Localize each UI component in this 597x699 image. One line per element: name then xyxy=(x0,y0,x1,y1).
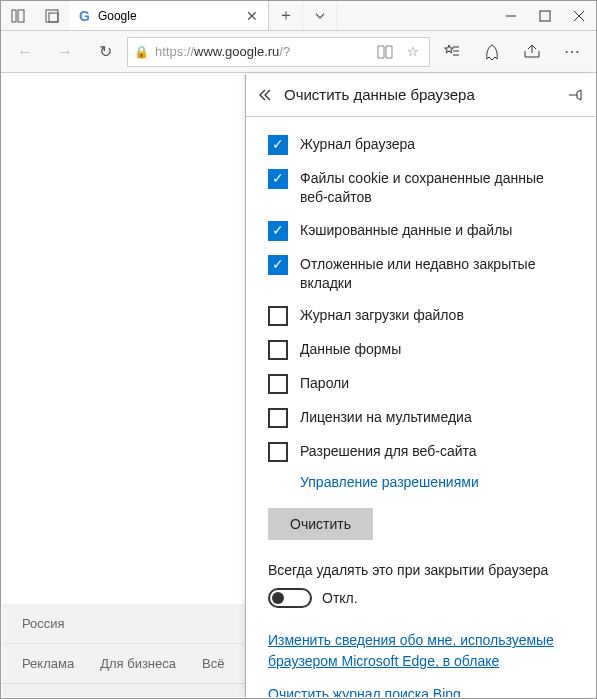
clear-option-label: Лицензии на мультимедиа xyxy=(300,408,472,427)
clear-option-label: Отложенные или недавно закрытые вкладки xyxy=(300,255,573,293)
clear-option-label: Пароли xyxy=(300,374,349,393)
footer-link[interactable]: Всё xyxy=(202,656,224,671)
tab-dropdown-icon[interactable] xyxy=(303,1,337,30)
toggle-state-label: Откл. xyxy=(322,590,358,606)
clear-option-label: Кэшированные данные и файлы xyxy=(300,221,512,240)
clear-option-row: Данные формы xyxy=(268,340,573,360)
checkbox[interactable] xyxy=(268,442,288,462)
svg-rect-5 xyxy=(540,11,550,21)
url-text: https://www.google.ru/? xyxy=(155,44,371,59)
tab-favicon: G xyxy=(79,8,90,24)
maximize-button[interactable] xyxy=(528,1,562,30)
forward-button[interactable]: → xyxy=(47,34,83,70)
checkbox[interactable]: ✓ xyxy=(268,135,288,155)
clear-option-row: ✓Отложенные или недавно закрытые вкладки xyxy=(268,255,573,293)
address-bar[interactable]: 🔒 https://www.google.ru/? ☆ xyxy=(127,37,430,67)
clear-option-row: ✓Файлы cookie и сохраненные данные веб-с… xyxy=(268,169,573,207)
tab-aside-icon[interactable] xyxy=(1,1,35,30)
toolbar: ← → ↻ 🔒 https://www.google.ru/? ☆ ⋯ xyxy=(1,31,596,73)
cloud-data-link[interactable]: Изменить сведения обо мне, используемые … xyxy=(268,630,573,672)
clear-option-label: Файлы cookie и сохраненные данные веб-са… xyxy=(300,169,573,207)
more-icon[interactable]: ⋯ xyxy=(554,34,590,70)
svg-rect-1 xyxy=(18,10,24,22)
clear-data-panel: Очистить данные браузера ✓Журнал браузер… xyxy=(245,74,595,697)
bing-history-link[interactable]: Очистить журнал поиска Bing xyxy=(268,686,573,697)
panel-header: Очистить данные браузера xyxy=(246,74,595,117)
clear-option-label: Журнал браузера xyxy=(300,135,415,154)
favorite-icon[interactable]: ☆ xyxy=(403,44,423,59)
titlebar: G Google ✕ ＋ xyxy=(1,1,596,31)
checkbox[interactable]: ✓ xyxy=(268,169,288,189)
checkbox[interactable]: ✓ xyxy=(268,255,288,275)
checkbox[interactable] xyxy=(268,306,288,326)
browser-tab[interactable]: G Google ✕ xyxy=(69,1,269,30)
close-icon[interactable]: ✕ xyxy=(246,8,258,24)
clear-option-row: ✓Кэшированные данные и файлы xyxy=(268,221,573,241)
clear-option-row: Пароли xyxy=(268,374,573,394)
refresh-button[interactable]: ↻ xyxy=(87,34,123,70)
footer-link[interactable]: Реклама xyxy=(22,656,74,671)
lock-icon: 🔒 xyxy=(134,45,149,59)
checkbox[interactable] xyxy=(268,374,288,394)
clear-button[interactable]: Очистить xyxy=(268,508,373,540)
clear-option-label: Данные формы xyxy=(300,340,401,359)
checkbox[interactable]: ✓ xyxy=(268,221,288,241)
always-clear-label: Всегда удалять это при закрытии браузера xyxy=(268,562,573,578)
pin-icon[interactable] xyxy=(567,88,583,102)
share-icon[interactable] xyxy=(514,34,550,70)
clear-option-label: Журнал загрузки файлов xyxy=(300,306,464,325)
tab-preview-icon[interactable] xyxy=(35,1,69,30)
clear-option-row: Журнал загрузки файлов xyxy=(268,306,573,326)
reading-view-icon[interactable] xyxy=(377,45,397,59)
always-clear-toggle[interactable] xyxy=(268,588,312,608)
footer-link[interactable]: Для бизнеса xyxy=(100,656,176,671)
svg-rect-0 xyxy=(12,10,16,22)
favorites-list-icon[interactable] xyxy=(434,34,470,70)
clear-option-row: ✓Журнал браузера xyxy=(268,135,573,155)
checkbox[interactable] xyxy=(268,408,288,428)
clear-option-row: Лицензии на мультимедиа xyxy=(268,408,573,428)
notes-icon[interactable] xyxy=(474,34,510,70)
back-button[interactable]: ← xyxy=(7,34,43,70)
close-window-button[interactable] xyxy=(562,1,596,30)
manage-permissions-link[interactable]: Управление разрешениями xyxy=(300,474,573,490)
checkbox[interactable] xyxy=(268,340,288,360)
panel-title: Очистить данные браузера xyxy=(284,86,557,103)
minimize-button[interactable] xyxy=(494,1,528,30)
new-tab-button[interactable]: ＋ xyxy=(269,1,303,30)
tab-title: Google xyxy=(98,9,137,23)
clear-option-row: Разрешения для веб-сайта xyxy=(268,442,573,462)
svg-rect-3 xyxy=(49,13,58,22)
clear-option-label: Разрешения для веб-сайта xyxy=(300,442,477,461)
svg-rect-2 xyxy=(46,10,58,22)
back-chevron-icon[interactable] xyxy=(258,88,274,102)
